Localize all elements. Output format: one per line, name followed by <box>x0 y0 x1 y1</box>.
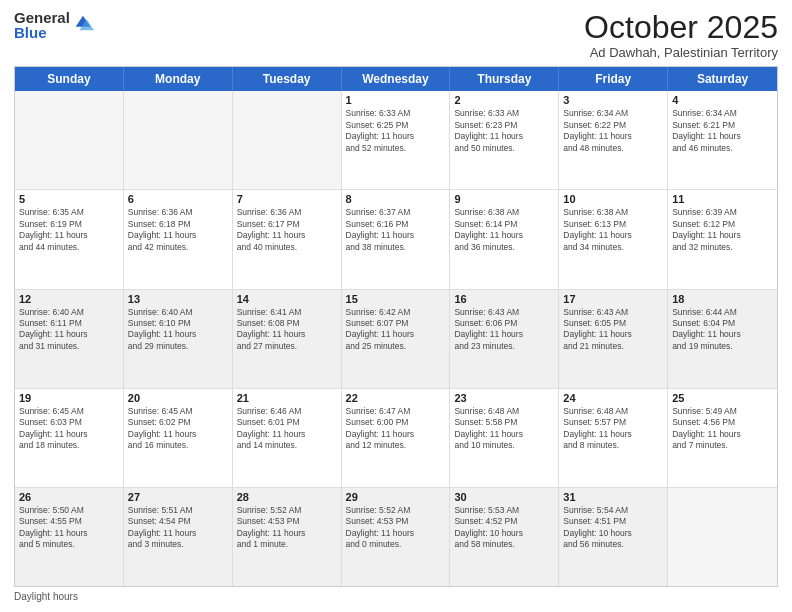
cal-cell-empty-1 <box>124 91 233 189</box>
cell-info: Sunrise: 6:43 AM Sunset: 6:05 PM Dayligh… <box>563 307 663 353</box>
subtitle: Ad Dawhah, Palestinian Territory <box>584 45 778 60</box>
cell-info: Sunrise: 5:52 AM Sunset: 4:53 PM Dayligh… <box>346 505 446 551</box>
cal-header-cell-sunday: Sunday <box>15 67 124 91</box>
cell-info: Sunrise: 6:40 AM Sunset: 6:11 PM Dayligh… <box>19 307 119 353</box>
day-number: 2 <box>454 94 554 106</box>
cell-info: Sunrise: 5:53 AM Sunset: 4:52 PM Dayligh… <box>454 505 554 551</box>
cell-info: Sunrise: 6:48 AM Sunset: 5:58 PM Dayligh… <box>454 406 554 452</box>
day-number: 23 <box>454 392 554 404</box>
day-number: 13 <box>128 293 228 305</box>
cal-cell-21: 21Sunrise: 6:46 AM Sunset: 6:01 PM Dayli… <box>233 389 342 487</box>
day-number: 25 <box>672 392 773 404</box>
cal-row-4: 26Sunrise: 5:50 AM Sunset: 4:55 PM Dayli… <box>15 488 777 586</box>
day-number: 7 <box>237 193 337 205</box>
day-number: 8 <box>346 193 446 205</box>
cell-info: Sunrise: 6:42 AM Sunset: 6:07 PM Dayligh… <box>346 307 446 353</box>
cell-info: Sunrise: 6:45 AM Sunset: 6:02 PM Dayligh… <box>128 406 228 452</box>
cell-info: Sunrise: 6:34 AM Sunset: 6:22 PM Dayligh… <box>563 108 663 154</box>
cell-info: Sunrise: 6:47 AM Sunset: 6:00 PM Dayligh… <box>346 406 446 452</box>
cal-cell-24: 24Sunrise: 6:48 AM Sunset: 5:57 PM Dayli… <box>559 389 668 487</box>
cal-cell-7: 7Sunrise: 6:36 AM Sunset: 6:17 PM Daylig… <box>233 190 342 288</box>
cal-cell-4: 4Sunrise: 6:34 AM Sunset: 6:21 PM Daylig… <box>668 91 777 189</box>
cell-info: Sunrise: 5:54 AM Sunset: 4:51 PM Dayligh… <box>563 505 663 551</box>
cal-cell-27: 27Sunrise: 5:51 AM Sunset: 4:54 PM Dayli… <box>124 488 233 586</box>
logo: General Blue <box>14 10 94 40</box>
day-number: 27 <box>128 491 228 503</box>
cal-cell-19: 19Sunrise: 6:45 AM Sunset: 6:03 PM Dayli… <box>15 389 124 487</box>
cal-cell-12: 12Sunrise: 6:40 AM Sunset: 6:11 PM Dayli… <box>15 290 124 388</box>
cal-cell-empty-2 <box>233 91 342 189</box>
day-number: 6 <box>128 193 228 205</box>
day-number: 30 <box>454 491 554 503</box>
cal-cell-14: 14Sunrise: 6:41 AM Sunset: 6:08 PM Dayli… <box>233 290 342 388</box>
cal-header-cell-saturday: Saturday <box>668 67 777 91</box>
cell-info: Sunrise: 6:36 AM Sunset: 6:17 PM Dayligh… <box>237 207 337 253</box>
logo-icon <box>72 12 94 34</box>
cell-info: Sunrise: 6:38 AM Sunset: 6:13 PM Dayligh… <box>563 207 663 253</box>
day-number: 1 <box>346 94 446 106</box>
day-number: 31 <box>563 491 663 503</box>
cell-info: Sunrise: 6:37 AM Sunset: 6:16 PM Dayligh… <box>346 207 446 253</box>
logo-text: General Blue <box>14 10 70 40</box>
cal-cell-6: 6Sunrise: 6:36 AM Sunset: 6:18 PM Daylig… <box>124 190 233 288</box>
cal-cell-17: 17Sunrise: 6:43 AM Sunset: 6:05 PM Dayli… <box>559 290 668 388</box>
cal-cell-5: 5Sunrise: 6:35 AM Sunset: 6:19 PM Daylig… <box>15 190 124 288</box>
day-number: 28 <box>237 491 337 503</box>
cal-header-cell-wednesday: Wednesday <box>342 67 451 91</box>
cell-info: Sunrise: 5:49 AM Sunset: 4:56 PM Dayligh… <box>672 406 773 452</box>
cell-info: Sunrise: 6:45 AM Sunset: 6:03 PM Dayligh… <box>19 406 119 452</box>
cell-info: Sunrise: 6:43 AM Sunset: 6:06 PM Dayligh… <box>454 307 554 353</box>
cal-cell-10: 10Sunrise: 6:38 AM Sunset: 6:13 PM Dayli… <box>559 190 668 288</box>
day-number: 26 <box>19 491 119 503</box>
cal-cell-15: 15Sunrise: 6:42 AM Sunset: 6:07 PM Dayli… <box>342 290 451 388</box>
cal-cell-31: 31Sunrise: 5:54 AM Sunset: 4:51 PM Dayli… <box>559 488 668 586</box>
cal-header-cell-thursday: Thursday <box>450 67 559 91</box>
cal-cell-29: 29Sunrise: 5:52 AM Sunset: 4:53 PM Dayli… <box>342 488 451 586</box>
cell-info: Sunrise: 6:35 AM Sunset: 6:19 PM Dayligh… <box>19 207 119 253</box>
calendar: SundayMondayTuesdayWednesdayThursdayFrid… <box>14 66 778 587</box>
cal-cell-22: 22Sunrise: 6:47 AM Sunset: 6:00 PM Dayli… <box>342 389 451 487</box>
day-number: 16 <box>454 293 554 305</box>
logo-general: General <box>14 10 70 25</box>
header: General Blue October 2025 Ad Dawhah, Pal… <box>14 10 778 60</box>
cell-info: Sunrise: 6:34 AM Sunset: 6:21 PM Dayligh… <box>672 108 773 154</box>
day-number: 9 <box>454 193 554 205</box>
cell-info: Sunrise: 6:36 AM Sunset: 6:18 PM Dayligh… <box>128 207 228 253</box>
cell-info: Sunrise: 6:46 AM Sunset: 6:01 PM Dayligh… <box>237 406 337 452</box>
cell-info: Sunrise: 6:48 AM Sunset: 5:57 PM Dayligh… <box>563 406 663 452</box>
cal-header-cell-friday: Friday <box>559 67 668 91</box>
cal-cell-20: 20Sunrise: 6:45 AM Sunset: 6:02 PM Dayli… <box>124 389 233 487</box>
cell-info: Sunrise: 5:50 AM Sunset: 4:55 PM Dayligh… <box>19 505 119 551</box>
day-number: 29 <box>346 491 446 503</box>
cal-cell-18: 18Sunrise: 6:44 AM Sunset: 6:04 PM Dayli… <box>668 290 777 388</box>
day-number: 4 <box>672 94 773 106</box>
day-number: 18 <box>672 293 773 305</box>
cal-row-3: 19Sunrise: 6:45 AM Sunset: 6:03 PM Dayli… <box>15 389 777 488</box>
day-number: 11 <box>672 193 773 205</box>
day-number: 12 <box>19 293 119 305</box>
cal-cell-8: 8Sunrise: 6:37 AM Sunset: 6:16 PM Daylig… <box>342 190 451 288</box>
cal-cell-empty-6 <box>668 488 777 586</box>
cal-cell-2: 2Sunrise: 6:33 AM Sunset: 6:23 PM Daylig… <box>450 91 559 189</box>
cal-cell-3: 3Sunrise: 6:34 AM Sunset: 6:22 PM Daylig… <box>559 91 668 189</box>
cal-row-0: 1Sunrise: 6:33 AM Sunset: 6:25 PM Daylig… <box>15 91 777 190</box>
cal-cell-11: 11Sunrise: 6:39 AM Sunset: 6:12 PM Dayli… <box>668 190 777 288</box>
cal-cell-26: 26Sunrise: 5:50 AM Sunset: 4:55 PM Dayli… <box>15 488 124 586</box>
cal-cell-25: 25Sunrise: 5:49 AM Sunset: 4:56 PM Dayli… <box>668 389 777 487</box>
day-number: 19 <box>19 392 119 404</box>
cal-cell-28: 28Sunrise: 5:52 AM Sunset: 4:53 PM Dayli… <box>233 488 342 586</box>
footer-note: Daylight hours <box>14 591 778 602</box>
cal-row-2: 12Sunrise: 6:40 AM Sunset: 6:11 PM Dayli… <box>15 290 777 389</box>
day-number: 22 <box>346 392 446 404</box>
cell-info: Sunrise: 6:40 AM Sunset: 6:10 PM Dayligh… <box>128 307 228 353</box>
cal-row-1: 5Sunrise: 6:35 AM Sunset: 6:19 PM Daylig… <box>15 190 777 289</box>
day-number: 14 <box>237 293 337 305</box>
cell-info: Sunrise: 6:41 AM Sunset: 6:08 PM Dayligh… <box>237 307 337 353</box>
month-title: October 2025 <box>584 10 778 45</box>
cell-info: Sunrise: 5:52 AM Sunset: 4:53 PM Dayligh… <box>237 505 337 551</box>
cell-info: Sunrise: 6:38 AM Sunset: 6:14 PM Dayligh… <box>454 207 554 253</box>
cell-info: Sunrise: 6:44 AM Sunset: 6:04 PM Dayligh… <box>672 307 773 353</box>
cal-cell-9: 9Sunrise: 6:38 AM Sunset: 6:14 PM Daylig… <box>450 190 559 288</box>
cal-cell-empty-0 <box>15 91 124 189</box>
cell-info: Sunrise: 5:51 AM Sunset: 4:54 PM Dayligh… <box>128 505 228 551</box>
